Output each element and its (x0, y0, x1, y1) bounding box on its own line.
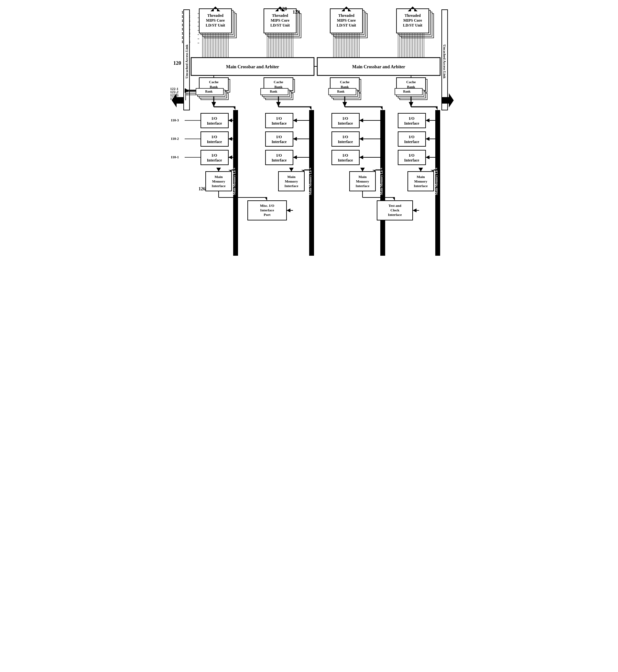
svg-text:Port: Port (264, 213, 270, 217)
svg-text:I/O: I/O (276, 153, 282, 158)
svg-text:Memory: Memory (285, 179, 298, 183)
svg-marker-317 (287, 208, 290, 213)
svg-text:Interface: Interface (284, 184, 298, 188)
svg-text:Cache: Cache (406, 80, 416, 84)
svg-text:Misc. I/O: Misc. I/O (260, 203, 274, 207)
svg-text:Main Crossbar and Arbiter: Main Crossbar and Arbiter (352, 64, 405, 69)
svg-text:LD/ST Unit: LD/ST Unit (205, 23, 225, 27)
svg-text:Bank: Bank (407, 85, 415, 89)
svg-marker-240 (228, 155, 232, 159)
svg-text:Interface: Interface (404, 158, 419, 163)
svg-marker-248 (359, 118, 363, 122)
svg-text:LD/ST Unit: LD/ST Unit (403, 23, 422, 27)
svg-text:Threaded: Threaded (405, 13, 421, 18)
svg-text:Bank: Bank (210, 85, 218, 89)
svg-marker-242 (293, 118, 297, 122)
svg-text:I/O: I/O (342, 116, 348, 121)
svg-text:I/O: I/O (211, 135, 217, 139)
svg-text:Interface: Interface (404, 140, 419, 144)
svg-text:Clock: Clock (390, 208, 399, 212)
svg-text:110-3: 110-3 (171, 118, 179, 122)
svg-text:Interface: Interface (338, 140, 353, 144)
svg-text:Cache: Cache (274, 80, 283, 84)
svg-text:Main: Main (287, 175, 295, 179)
svg-text:I/O: I/O (409, 116, 414, 121)
svg-text:Cache: Cache (340, 80, 349, 84)
svg-text:Interface: Interface (271, 121, 287, 125)
svg-text:Interface: Interface (338, 121, 353, 125)
svg-marker-186 (233, 107, 238, 110)
svg-text:I/O: I/O (276, 135, 282, 139)
svg-text:Test and: Test and (388, 203, 401, 207)
svg-text:LD/ST Unit: LD/ST Unit (270, 23, 289, 27)
svg-text:Interface: Interface (338, 158, 353, 163)
svg-text:Uncached Access Link: Uncached Access Link (185, 45, 189, 79)
svg-marker-315 (393, 197, 397, 201)
diagram-container: Threaded MIPS Core LD/ST Unit Threaded M… (164, 6, 455, 324)
svg-marker-254 (426, 118, 429, 122)
svg-marker-196 (409, 102, 413, 107)
svg-text:Bank: Bank (340, 85, 349, 89)
svg-text:Bank: Bank (205, 90, 212, 93)
svg-text:Interface: Interface (207, 158, 222, 163)
svg-marker-238 (228, 137, 232, 141)
svg-marker-246 (293, 155, 297, 159)
svg-marker-258 (426, 155, 429, 159)
svg-text:LD/ST Unit: LD/ST Unit (336, 23, 356, 27)
svg-marker-244 (293, 137, 297, 141)
svg-marker-192 (342, 102, 347, 107)
svg-text:Memory: Memory (414, 179, 427, 183)
svg-text:I/O: I/O (211, 153, 217, 158)
svg-text:Bank: Bank (270, 90, 277, 93)
svg-marker-236 (228, 118, 232, 122)
svg-text:Threaded: Threaded (207, 13, 223, 18)
svg-text:Interface: Interface (271, 140, 287, 144)
svg-text:Interface: Interface (271, 158, 287, 163)
svg-marker-194 (380, 107, 385, 110)
svg-text:MIPS Core: MIPS Core (337, 18, 356, 23)
svg-marker-190 (309, 107, 314, 110)
svg-text:120: 120 (173, 60, 181, 66)
svg-text:Main Crossbar and Arbiter: Main Crossbar and Arbiter (226, 64, 279, 69)
svg-text:Memory: Memory (356, 179, 369, 183)
svg-marker-312 (265, 197, 270, 201)
svg-text:I/O: I/O (409, 135, 414, 139)
svg-marker-198 (435, 107, 440, 110)
svg-text:Cache: Cache (209, 80, 218, 84)
svg-text:I/O: I/O (409, 153, 414, 158)
svg-text:Bank: Bank (274, 85, 283, 89)
svg-marker-188 (276, 102, 281, 107)
svg-text:Main: Main (417, 175, 425, 179)
svg-text:Interface: Interface (404, 121, 419, 125)
svg-marker-250 (359, 137, 363, 141)
svg-text:126: 126 (199, 186, 205, 191)
svg-text:Interface: Interface (388, 213, 402, 217)
svg-text:Threaded: Threaded (338, 13, 354, 18)
svg-text:Interface: Interface (414, 184, 427, 188)
svg-text:110-1: 110-1 (171, 155, 179, 159)
svg-text:Uncached Access Link: Uncached Access Link (443, 45, 446, 79)
svg-text:MIPS Core: MIPS Core (403, 18, 422, 23)
svg-text:122-4: 122-4 (170, 96, 179, 100)
svg-text:I/O: I/O (342, 135, 348, 139)
svg-text:Main: Main (358, 175, 367, 179)
svg-text:I/O: I/O (211, 116, 217, 121)
svg-marker-184 (211, 102, 216, 107)
svg-text:110-2: 110-2 (171, 137, 179, 141)
svg-text:MIPS Core: MIPS Core (270, 18, 289, 23)
svg-text:Interface: Interface (207, 121, 222, 125)
svg-text:Main Memory Link: Main Memory Link (435, 167, 438, 195)
svg-text:Interface: Interface (260, 208, 274, 212)
svg-marker-319 (413, 208, 417, 213)
svg-text:Main Memory Link: Main Memory Link (309, 167, 312, 195)
svg-text:128: 128 (280, 6, 287, 11)
svg-marker-256 (426, 137, 429, 141)
svg-marker-252 (359, 155, 363, 159)
svg-text:Main Memory Link: Main Memory Link (232, 167, 236, 195)
svg-text:I/O: I/O (276, 116, 282, 121)
svg-text:MIPS Core: MIPS Core (206, 18, 225, 23)
svg-text:Threaded: Threaded (272, 13, 288, 18)
svg-text:Interface: Interface (211, 184, 225, 188)
svg-text:I/O: I/O (342, 153, 348, 158)
diagram-svg: Threaded MIPS Core LD/ST Unit Threaded M… (164, 6, 455, 324)
